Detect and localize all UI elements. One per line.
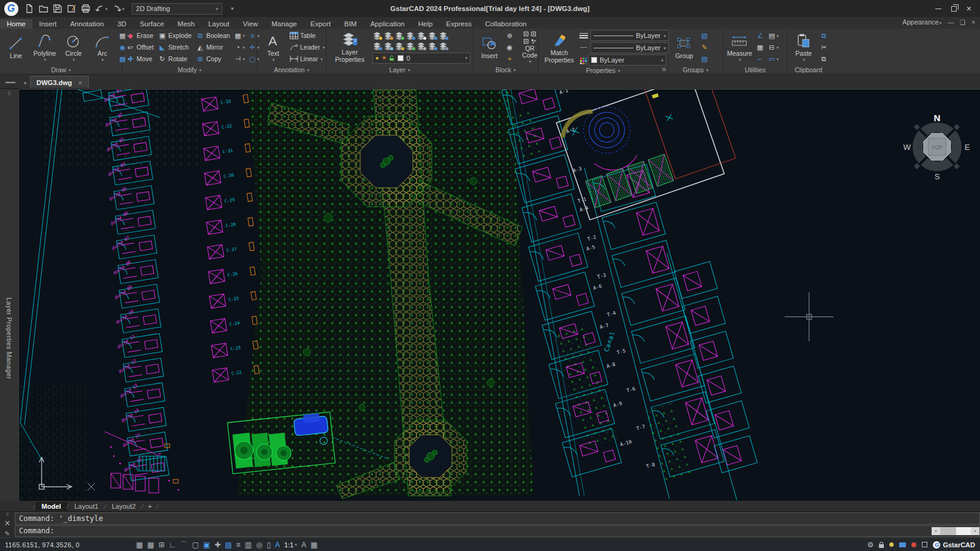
arc-button[interactable]: Arc▾: [89, 30, 116, 64]
layer-tool-icon[interactable]: [428, 42, 437, 50]
close-button[interactable]: ×: [967, 4, 971, 13]
plot-button[interactable]: [80, 2, 92, 15]
doc-tab-scroll-left[interactable]: ◂: [20, 80, 30, 88]
ribbon-tab-manage[interactable]: Manage: [265, 19, 304, 29]
copy-clip-button[interactable]: ⧉: [819, 53, 829, 64]
layer-tool-icon[interactable]: [439, 31, 448, 40]
selection-cycling-toggle[interactable]: ◎: [256, 541, 262, 549]
match-properties-button[interactable]: Match Properties: [541, 31, 578, 65]
grid-display-toggle[interactable]: ▦: [136, 541, 143, 549]
insert-button[interactable]: Insert: [476, 30, 503, 64]
undo-button[interactable]: ▾: [94, 2, 109, 15]
layer-tool-icon[interactable]: [405, 42, 415, 50]
command-scrollbar[interactable]: ‹ ›: [932, 527, 979, 536]
polyline-button[interactable]: Polyline▾: [31, 30, 58, 64]
erase-button[interactable]: ◆Erase: [125, 30, 155, 41]
group-edit-button[interactable]: ✎: [699, 42, 709, 53]
id-point-button[interactable]: ⌐: [755, 53, 765, 64]
palette-grip[interactable]: ▬▬: [1, 79, 20, 84]
fillet-button[interactable]: ◔▾: [233, 42, 246, 53]
transparency-toggle[interactable]: ▥: [245, 541, 252, 549]
layout-tab-layout1[interactable]: Layout1: [68, 502, 104, 511]
layer-properties-button[interactable]: Layer Properties: [329, 30, 371, 64]
object-snap-toggle[interactable]: ▢: [192, 541, 199, 549]
panel-label-draw[interactable]: Draw▾: [0, 66, 122, 74]
panel-label-utilities[interactable]: Utilities: [723, 66, 787, 74]
doc-restore-button[interactable]: ❑: [960, 19, 965, 26]
cut-button[interactable]: ✂: [819, 42, 829, 53]
ortho-mode-toggle[interactable]: ∟: [169, 541, 176, 549]
offset-button[interactable]: ▱Offset: [125, 42, 155, 53]
panel-label-groups[interactable]: Groups▾: [668, 66, 723, 74]
linetype-select[interactable]: ByLayer▾: [590, 42, 669, 53]
command-close-icon[interactable]: ×: [4, 518, 10, 529]
layer-tool-icon[interactable]: [394, 42, 404, 50]
save-button[interactable]: [51, 2, 64, 15]
command-input-line[interactable]: Command: ‹ ›: [15, 525, 980, 538]
panel-label-properties[interactable]: Properties▾⧉: [538, 67, 668, 74]
text-button[interactable]: A Text▾: [260, 30, 287, 64]
dynamic-input-toggle[interactable]: ▤: [225, 541, 232, 549]
define-attribute-button[interactable]: ⊕: [505, 30, 514, 41]
ribbon-tab-application[interactable]: Application: [363, 19, 411, 29]
layout-tab-model[interactable]: Model: [36, 502, 67, 511]
compass-west[interactable]: W: [903, 143, 911, 152]
ribbon-tab-collaboration[interactable]: Collaboration: [478, 19, 533, 29]
break-button[interactable]: ⊣▾: [233, 53, 246, 64]
open-button[interactable]: [37, 2, 50, 15]
quick-properties-toggle[interactable]: ▦: [311, 541, 317, 549]
annotation-monitor-toggle[interactable]: A: [275, 541, 280, 549]
panel-label-modify[interactable]: Modify▾: [123, 66, 257, 74]
full-screen-icon[interactable]: [922, 542, 927, 547]
layer-combo[interactable]: ● ☀ 0 ▾: [372, 53, 470, 64]
panel-label-block[interactable]: Block▾: [473, 66, 538, 74]
layer-tool-icon[interactable]: [405, 31, 415, 40]
panel-label-annotation[interactable]: Annotation▾: [257, 66, 326, 74]
explode-button[interactable]: ▣Explode: [157, 30, 193, 41]
layer-tool-icon[interactable]: [417, 31, 426, 40]
layer-tool-icon[interactable]: [383, 31, 393, 40]
leader-button[interactable]: Leader▾: [288, 42, 326, 53]
ribbon-tab-annotation[interactable]: Annotation: [63, 19, 110, 29]
compass-south[interactable]: S: [935, 172, 940, 181]
table-button[interactable]: Table: [288, 30, 326, 41]
select-similar-button[interactable]: ⊟▾: [767, 42, 780, 53]
layer-tool-icon[interactable]: [372, 31, 382, 40]
doc-close-button[interactable]: ×: [971, 19, 975, 26]
color-select[interactable]: ByLayer▾: [588, 54, 666, 66]
select-all-button[interactable]: ▭▾: [767, 53, 780, 64]
calculator-button[interactable]: ▦: [755, 42, 765, 53]
layer-tool-icon[interactable]: [394, 31, 404, 40]
panel-label-layer[interactable]: Layer▾: [326, 66, 473, 74]
hardware-bulb-icon[interactable]: [889, 542, 894, 547]
snap-mode-toggle[interactable]: ⊞: [159, 541, 165, 549]
mirror-button[interactable]: ◭Mirror: [195, 42, 232, 53]
doc-tab-close-icon[interactable]: ×: [78, 79, 82, 86]
settings-gear-icon[interactable]: ⚙: [867, 541, 874, 549]
layout-tab-layout2[interactable]: Layout2: [105, 502, 141, 511]
model-space-toggle[interactable]: ▯: [266, 541, 271, 549]
workspace-select[interactable]: 2D Drafting▾: [132, 3, 222, 15]
group-select-button[interactable]: ▨: [699, 53, 709, 64]
layer-tool-icon[interactable]: [417, 42, 426, 50]
stretch-button[interactable]: ◣Stretch: [157, 42, 193, 53]
ribbon-tab-view[interactable]: View: [236, 19, 265, 29]
copy-button[interactable]: ⊞Copy: [195, 53, 232, 64]
linear-button[interactable]: Linear▾: [288, 53, 326, 64]
document-tab[interactable]: DWG3.dwg×: [30, 76, 89, 88]
paste-special-button[interactable]: ⧉: [819, 30, 829, 41]
ribbon-tab-export[interactable]: Export: [304, 19, 337, 29]
minimize-button[interactable]: [935, 9, 941, 9]
display-monitor-icon[interactable]: [899, 542, 906, 547]
appearance-menu[interactable]: Appearance▾: [902, 18, 941, 26]
record-icon[interactable]: [911, 542, 916, 547]
layer-tool-icon[interactable]: [428, 31, 437, 40]
layer-tool-icon[interactable]: [383, 42, 393, 50]
compass-east[interactable]: E: [965, 143, 970, 152]
circle-button[interactable]: Circle▾: [60, 30, 87, 64]
boolean-button[interactable]: ⧉Boolean: [195, 30, 232, 41]
command-grip-icon[interactable]: ⠿: [6, 512, 9, 517]
command-history-line[interactable]: Command: '_dimstyle: [15, 512, 980, 525]
measure-button[interactable]: Measure▾: [726, 30, 753, 64]
scroll-thumb[interactable]: [940, 527, 956, 536]
